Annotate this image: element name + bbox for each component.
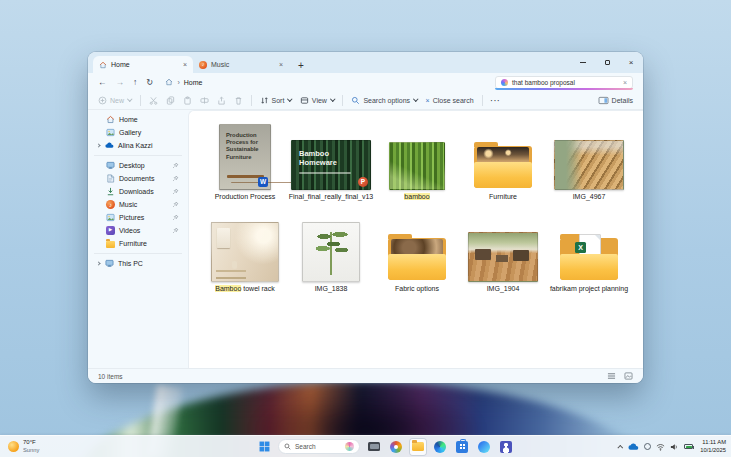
file-tile-bamboo[interactable]: bamboo	[374, 117, 460, 201]
sidebar-item-desktop[interactable]: Desktop	[91, 159, 185, 172]
search-highlight-icon	[345, 442, 354, 451]
view-icon	[300, 96, 309, 105]
toolbar-separator	[482, 95, 483, 106]
file-explorer-window: Home × ♪ Music × + × ← → ↑ ↻ ›	[88, 52, 643, 383]
taskbar-app-copilot[interactable]	[476, 439, 492, 455]
file-name: Production Process	[215, 193, 276, 201]
tab-music[interactable]: ♪ Music ×	[193, 56, 289, 73]
wifi-icon[interactable]	[656, 443, 665, 451]
view-label: View	[312, 97, 327, 104]
breadcrumb[interactable]: › Home	[165, 78, 202, 86]
more-options-button[interactable]: ···	[491, 97, 501, 104]
plant-leaves-shape	[316, 229, 348, 259]
magnifier-icon	[351, 96, 360, 105]
tab-close-icon[interactable]: ×	[279, 61, 283, 68]
sidebar-item-onedrive[interactable]: Alina Kazzi	[91, 139, 185, 152]
tab-label: Music	[211, 61, 229, 68]
forward-button[interactable]: →	[116, 78, 125, 87]
clear-search-icon[interactable]: ×	[623, 79, 627, 86]
hidden-icons-chevron-icon[interactable]	[618, 444, 624, 450]
search-input[interactable]: that bamboo proposal ×	[495, 76, 633, 89]
start-button[interactable]	[256, 439, 272, 455]
new-button[interactable]: New	[98, 96, 132, 105]
sidebar-item-music[interactable]: ♪ Music	[91, 198, 185, 211]
clock[interactable]: 11:11 AM 10/1/2025	[700, 439, 726, 453]
paste-button[interactable]	[183, 96, 192, 105]
plant-image-thumbnail	[302, 222, 360, 282]
sidebar-item-videos[interactable]: ▶ Videos	[91, 224, 185, 237]
sidebar-item-furniture[interactable]: Furniture	[91, 237, 185, 250]
sidebar-item-pictures[interactable]: Pictures	[91, 211, 185, 224]
details-view-toggle-icon[interactable]	[607, 372, 616, 380]
sort-button[interactable]: Sort	[260, 96, 292, 105]
file-tile-img-1904[interactable]: IMG_1904	[460, 209, 546, 293]
battery-icon[interactable]	[684, 444, 693, 449]
close-button[interactable]: ×	[619, 52, 643, 73]
sidebar-item-documents[interactable]: Documents	[91, 172, 185, 185]
taskbar-app-store[interactable]	[454, 439, 470, 455]
taskbar-app-desktop[interactable]	[366, 439, 382, 455]
onedrive-tray-icon[interactable]	[628, 443, 639, 451]
file-tile-production-process[interactable]: Production Process for Sustainable Furni…	[202, 117, 288, 201]
doc-thumbnail-title: Production Process for Sustainable Furni…	[226, 132, 263, 161]
chevron-down-icon	[288, 97, 293, 102]
file-tile-fabrikam-project-planning-folder[interactable]: X fabrikam project planning	[546, 209, 632, 293]
expand-chevron-icon[interactable]	[96, 261, 100, 265]
excel-icon: X	[575, 242, 586, 253]
blinds-image-thumbnail	[554, 140, 624, 190]
tab-home[interactable]: Home ×	[93, 56, 193, 73]
large-icons-view-toggle-icon[interactable]	[624, 372, 633, 380]
rename-button[interactable]	[200, 96, 209, 105]
refresh-button[interactable]: ↻	[146, 78, 153, 87]
tray-time: 11:11 AM	[700, 439, 726, 446]
taskbar-app-teams[interactable]	[498, 439, 514, 455]
cut-button[interactable]	[149, 96, 158, 105]
file-tile-img-1838[interactable]: IMG_1838	[288, 209, 374, 293]
photos-icon	[390, 441, 402, 453]
file-tile-fabric-options-folder[interactable]: Fabric options	[374, 209, 460, 293]
tab-close-icon[interactable]: ×	[183, 61, 187, 68]
edge-icon	[434, 441, 446, 453]
taskbar-search-box[interactable]: Search	[278, 439, 360, 454]
search-query-text: that bamboo proposal	[512, 79, 575, 86]
paste-icon	[183, 96, 192, 105]
sidebar-item-downloads[interactable]: Downloads	[91, 185, 185, 198]
powerpoint-icon: P	[358, 177, 368, 187]
maximize-button[interactable]	[595, 52, 619, 73]
file-tile-bamboo-towel-rack[interactable]: Bamboo towel rack	[202, 209, 288, 293]
file-tile-img-4967[interactable]: IMG_4967	[546, 117, 632, 201]
new-tab-button[interactable]: +	[298, 61, 304, 71]
store-icon	[456, 441, 468, 453]
speaker-icon[interactable]	[670, 443, 679, 451]
sidebar-item-gallery[interactable]: Gallery	[91, 126, 185, 139]
expand-chevron-icon[interactable]	[96, 143, 100, 147]
file-name: IMG_1904	[487, 285, 520, 293]
up-button[interactable]: ↑	[133, 78, 137, 87]
file-tile-furniture-folder[interactable]: Furniture	[460, 117, 546, 201]
view-button[interactable]: View	[300, 96, 335, 105]
file-tile-final-presentation[interactable]: Bamboo Homeware P Final_final_really_fin…	[288, 117, 374, 201]
sidebar-item-this-pc[interactable]: This PC	[91, 257, 185, 270]
weather-widget[interactable]: 70°F Sunny	[8, 436, 39, 457]
sidebar-label: Downloads	[119, 188, 154, 195]
pictures-icon	[106, 213, 115, 222]
onedrive-cloud-icon	[105, 141, 114, 150]
breadcrumb-location: Home	[184, 79, 203, 86]
plus-circle-icon	[98, 96, 107, 105]
taskbar-app-photos[interactable]	[388, 439, 404, 455]
tray-status-icon[interactable]	[644, 443, 651, 450]
back-button[interactable]: ←	[98, 78, 107, 87]
folder-front	[474, 162, 532, 188]
chevron-down-icon	[330, 97, 335, 102]
copy-button[interactable]	[166, 96, 175, 105]
details-button[interactable]: Details	[598, 96, 633, 105]
search-options-button[interactable]: Search options	[351, 96, 417, 105]
taskbar-app-file-explorer[interactable]	[410, 439, 426, 455]
close-search-button[interactable]: × Close search	[426, 97, 474, 104]
taskbar-app-edge[interactable]	[432, 439, 448, 455]
sidebar-item-home[interactable]: Home	[91, 113, 185, 126]
minimize-button[interactable]	[571, 52, 595, 73]
delete-button[interactable]	[234, 96, 243, 105]
share-button[interactable]	[217, 96, 226, 105]
folder-front	[560, 254, 618, 280]
